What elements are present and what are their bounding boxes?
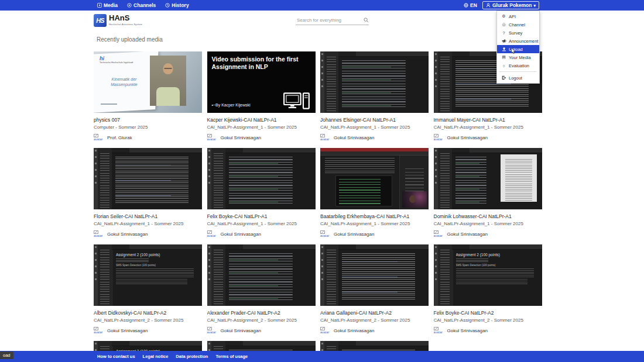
paragraph-lines xyxy=(116,279,187,285)
app-logo[interactable]: HS HAnS Hochschul-Assistenz-System xyxy=(94,14,142,27)
uploader-row: avatar Gokul Srinivasagan xyxy=(207,326,316,335)
media-card-meta: Albert Didkovskyi-CAI NatLPr-A2 CAI_NatL… xyxy=(94,310,202,335)
menu-item-survey[interactable]: ? Survey xyxy=(497,29,539,37)
gear-icon: ⚙ xyxy=(501,14,506,19)
media-title[interactable]: physics 007 xyxy=(94,117,202,123)
menu-item-api[interactable]: ⚙ API xyxy=(497,12,539,20)
video-thumbnail[interactable] xyxy=(207,244,316,306)
top-navbar: Media Channels History EN Glurak Pokemon… xyxy=(0,0,644,11)
footer-link-data-protection[interactable]: Data protection xyxy=(176,354,208,359)
search-icon[interactable] xyxy=(364,18,369,23)
footer-link-legal[interactable]: Legal notice xyxy=(143,354,169,359)
media-title[interactable]: Johannes Elsinger-CAI NatLPr-A1 xyxy=(320,117,429,123)
video-thumbnail[interactable] xyxy=(434,148,542,209)
avatar: avatar xyxy=(320,230,331,237)
editor-activitybar xyxy=(434,51,438,113)
media-title[interactable]: Baatarbileg Erkhembaya-CAI NatLPr-A1 xyxy=(320,213,429,219)
footer-link-terms[interactable]: Terms of usage xyxy=(215,354,248,359)
menu-item-upload[interactable]: Upload xyxy=(497,45,539,53)
channels-icon xyxy=(127,3,132,8)
media-title[interactable]: Felix Boyke-CAI NatLPr-A2 xyxy=(434,310,542,316)
media-title[interactable]: Alexander Prader-CAI NatLPr-A2 xyxy=(207,310,316,316)
menu-item-logout[interactable]: Logout xyxy=(497,74,539,82)
menu-item-your-media[interactable]: ▤ Your Media xyxy=(497,53,539,61)
editor-tabs xyxy=(338,244,429,250)
media-subtitle: CAI_NatLPr-Assignment_1 - Sommer 2025 xyxy=(320,221,429,226)
uploader-row: avatar Gokul Srinivasagan xyxy=(434,326,542,335)
video-thumbnail[interactable] xyxy=(320,51,429,113)
video-thumbnail[interactable]: Assignment 2 (100 points)SMS Spam Detect… xyxy=(94,244,202,306)
nav-item-media[interactable]: Media xyxy=(97,2,118,8)
search-bar[interactable] xyxy=(296,17,369,25)
document-panel xyxy=(501,154,537,202)
mouse-cursor-icon xyxy=(511,48,516,54)
media-card[interactable]: Alexander Prader-CAI NatLPr-A2 CAI_NatLP… xyxy=(207,244,316,341)
media-title[interactable]: Kacper Kijewski-CAI NatLPr-A1 xyxy=(207,117,316,123)
media-subtitle: CAI_NatLPr-Assignment_1 - Sommer 2025 xyxy=(320,125,429,130)
video-thumbnail[interactable] xyxy=(94,148,202,209)
media-title[interactable]: Ariana Gallapeni-CAI NatLPr-A2 xyxy=(320,310,429,316)
circle-icon: ○ xyxy=(501,64,506,68)
menu-item-channel[interactable]: ◎ Channel xyxy=(497,20,539,29)
video-thumbnail[interactable]: hiTechnische Hochschule IngolstadtKinema… xyxy=(94,51,202,113)
media-card[interactable]: Ariana Gallapeni-CAI NatLPr-A2 CAI_NatLP… xyxy=(320,244,429,341)
editor-activitybar xyxy=(207,244,211,306)
thumb-title-text: Video submission for the first Assignmen… xyxy=(212,56,301,70)
uploader-name: Gokul Srinivasagan xyxy=(334,232,374,237)
media-card[interactable]: Video submission for the first Assignmen… xyxy=(207,51,316,148)
media-subtitle: CAI_NatLPr-Assignment_1 - Sommer 2025 xyxy=(94,221,202,226)
paragraph-lines xyxy=(456,279,527,285)
media-title[interactable]: Dominik Lohwasser-CAI NatLPr-A1 xyxy=(434,213,542,219)
editor-tabs xyxy=(338,51,429,57)
uploader-row: avatar Gokul Srinivasagan xyxy=(94,326,202,335)
target-icon: ◎ xyxy=(501,22,506,27)
nav-item-channels[interactable]: Channels xyxy=(127,2,156,8)
menu-item-announcement[interactable]: Announcement xyxy=(497,37,539,45)
media-card[interactable]: Assignment 2 (100 points)SMS Spam Detect… xyxy=(94,244,202,341)
media-title[interactable]: Albert Didkovskyi-CAI NatLPr-A2 xyxy=(94,310,202,316)
media-card[interactable]: Felix Boyke-CAI NatLPr-A1 CAI_NatLPr-Ass… xyxy=(207,148,316,244)
media-title[interactable]: Florian Seiler-CAI NatLPr-A1 xyxy=(94,213,202,219)
editor-sidebar xyxy=(438,244,453,306)
editor-tabs xyxy=(452,244,542,250)
menu-item-evaluation[interactable]: ○ Evaluation xyxy=(497,61,539,70)
avatar: avatar xyxy=(207,134,218,141)
media-card[interactable]: hiTechnische Hochschule IngolstadtKinema… xyxy=(94,51,202,148)
footer-link-contact[interactable]: How to contact us xyxy=(97,354,135,359)
media-card[interactable]: Johannes Elsinger-CAI NatLPr-A1 CAI_NatL… xyxy=(320,51,429,148)
avatar-alt-text: avatar xyxy=(434,137,443,141)
editor-tabs xyxy=(338,341,429,346)
chevron-down-icon: ▾ xyxy=(533,4,536,8)
navbar-right: EN Glurak Pokemon ▾ xyxy=(464,0,539,11)
media-card-meta: Immanuel Mayer-CAI NatLPr-A1 CAI_NatLPr-… xyxy=(434,117,542,142)
editor-tabs xyxy=(452,148,542,153)
editor-tabs xyxy=(225,244,316,250)
webcam-overlay xyxy=(402,191,427,208)
media-subtitle: CAI_NatLPr-Assignment_1 - Sommer 2025 xyxy=(207,125,316,130)
media-title[interactable]: Immanuel Mayer-CAI NatLPr-A1 xyxy=(434,117,542,123)
video-thumbnail[interactable]: Video submission for the first Assignmen… xyxy=(207,51,316,113)
media-card[interactable]: Baatarbileg Erkhembaya-CAI NatLPr-A1 CAI… xyxy=(320,148,429,244)
video-thumbnail[interactable] xyxy=(320,244,429,306)
media-card[interactable]: Florian Seiler-CAI NatLPr-A1 CAI_NatLPr-… xyxy=(94,148,202,244)
menu-item-label: API xyxy=(509,14,516,19)
status-tooltip: oad xyxy=(0,351,13,359)
video-thumbnail[interactable] xyxy=(320,148,429,209)
video-thumbnail[interactable]: Assignment 2 (100 points)SMS Spam Detect… xyxy=(434,244,542,306)
webcam-speaker xyxy=(150,56,186,106)
avatar-alt-text: avatar xyxy=(94,330,102,334)
editor-activitybar xyxy=(434,148,438,209)
search-input[interactable] xyxy=(296,17,364,23)
uploader-row: avatar Gokul Srinivasagan xyxy=(94,229,202,239)
language-selector[interactable]: EN xyxy=(464,2,477,8)
editor-sidebar xyxy=(438,148,452,209)
media-card[interactable]: Dominik Lohwasser-CAI NatLPr-A1 CAI_NatL… xyxy=(434,148,542,244)
media-card[interactable]: Assignment 2 (100 points)SMS Spam Detect… xyxy=(434,244,542,341)
nav-item-history[interactable]: History xyxy=(165,2,189,8)
media-subtitle: CAI_NatLPr-Assignment_1 - Sommer 2025 xyxy=(207,221,316,226)
media-title[interactable]: Felix Boyke-CAI NatLPr-A1 xyxy=(207,213,316,219)
editor-tabs xyxy=(112,341,202,346)
video-thumbnail[interactable] xyxy=(207,148,316,209)
uploader-row: avatar Gokul Srinivasagan xyxy=(207,229,316,239)
user-menu-button[interactable]: Glurak Pokemon ▾ xyxy=(482,1,539,9)
